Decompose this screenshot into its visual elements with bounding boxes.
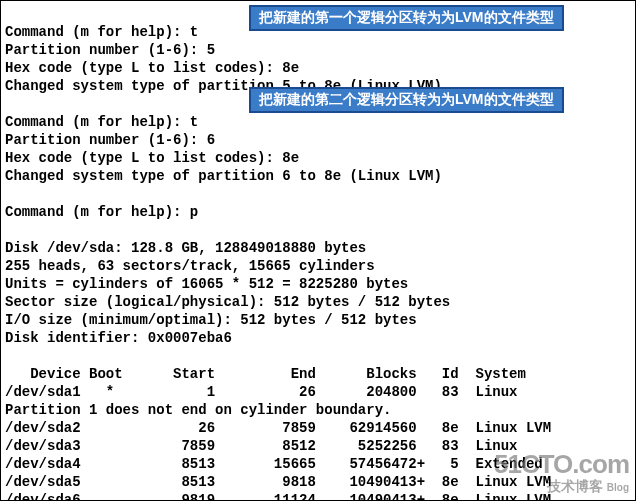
terminal-line: Partition number (1-6): 6	[5, 132, 215, 148]
terminal-line: Disk identifier: 0x0007eba6	[5, 330, 232, 346]
terminal-line: Changed system type of partition 6 to 8e…	[5, 168, 442, 184]
terminal-line: 255 heads, 63 sectors/track, 15665 cylin…	[5, 258, 375, 274]
terminal-line: Hex code (type L to list codes): 8e	[5, 60, 299, 76]
terminal-line: I/O size (minimum/optimal): 512 bytes / …	[5, 312, 417, 328]
terminal-line: /dev/sda5 8513 9818 10490413+ 8e Linux L…	[5, 474, 551, 490]
terminal-line: /dev/sda1 * 1 26 204800 83 Linux	[5, 384, 517, 400]
terminal-line: Disk /dev/sda: 128.8 GB, 128849018880 by…	[5, 240, 366, 256]
terminal-line: Device Boot Start End Blocks Id System	[5, 366, 526, 382]
terminal-line: /dev/sda4 8513 15665 57456472+ 5 Extende…	[5, 456, 543, 472]
terminal-line: /dev/sda6 9819 11124 10490413+ 8e Linux …	[5, 492, 551, 501]
annotation-callout-2: 把新建的第二个逻辑分区转为为LVM的文件类型	[249, 87, 564, 113]
terminal-line: Hex code (type L to list codes): 8e	[5, 150, 299, 166]
terminal-line: Command (m for help): t	[5, 114, 198, 130]
terminal-line: /dev/sda3 7859 8512 5252256 83 Linux	[5, 438, 517, 454]
terminal-line: Partition number (1-6): 5	[5, 42, 215, 58]
terminal-output: Command (m for help): t Partition number…	[1, 1, 635, 501]
terminal-line: Command (m for help): p	[5, 204, 198, 220]
terminal-line: Sector size (logical/physical): 512 byte…	[5, 294, 450, 310]
annotation-callout-1: 把新建的第一个逻辑分区转为为LVM的文件类型	[249, 5, 564, 31]
terminal-line: Command (m for help): t	[5, 24, 198, 40]
terminal-line: Units = cylinders of 16065 * 512 = 82252…	[5, 276, 408, 292]
terminal-line: /dev/sda2 26 7859 62914560 8e Linux LVM	[5, 420, 551, 436]
terminal-line: Partition 1 does not end on cylinder bou…	[5, 402, 391, 418]
